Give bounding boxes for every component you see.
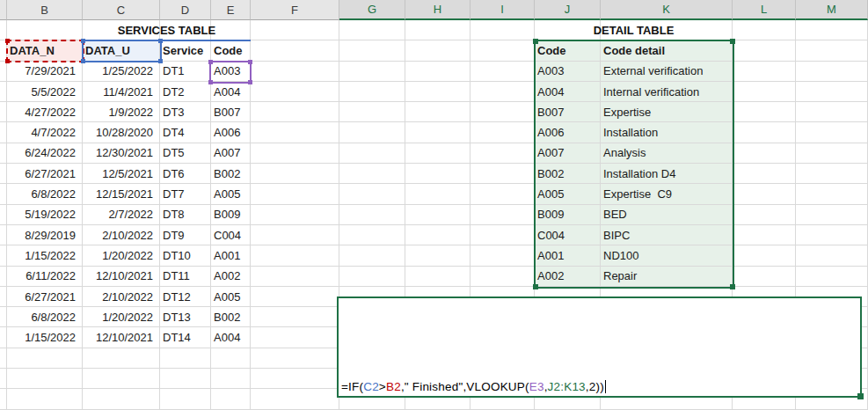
cell[interactable]: 8/29/2019 [7, 225, 83, 245]
cell[interactable]: 7/29/2021 [7, 62, 83, 82]
cell[interactable] [339, 20, 405, 40]
cell[interactable] [339, 267, 405, 287]
selection-handle[interactable] [248, 80, 252, 84]
cell[interactable]: DT13 [160, 307, 211, 327]
cell[interactable]: 6/27/2021 [7, 287, 83, 307]
cell[interactable] [733, 20, 796, 40]
cell[interactable] [470, 225, 535, 245]
selection-handle[interactable] [533, 284, 538, 289]
cell[interactable]: A006 [211, 122, 251, 143]
cell[interactable] [470, 20, 535, 40]
cell[interactable]: B007 [211, 102, 251, 122]
cell[interactable] [796, 82, 868, 102]
cell[interactable] [211, 348, 251, 369]
cell[interactable] [251, 62, 339, 82]
selection-handle[interactable] [533, 39, 538, 44]
cell[interactable] [160, 389, 211, 409]
cell[interactable]: 1/9/2022 [83, 102, 160, 122]
cell[interactable] [0, 184, 7, 204]
cell[interactable] [339, 40, 405, 61]
cell[interactable] [251, 267, 339, 287]
cell[interactable] [83, 389, 160, 409]
purple-reference-border-E3[interactable] [209, 61, 252, 84]
cell[interactable] [339, 205, 405, 225]
cell[interactable] [733, 82, 796, 102]
cell[interactable] [211, 369, 251, 389]
cell[interactable] [251, 287, 339, 307]
cell[interactable] [796, 62, 868, 82]
cell[interactable]: DT1 [160, 62, 211, 82]
cell[interactable] [160, 369, 211, 389]
cell[interactable] [470, 82, 535, 102]
cell[interactable] [7, 389, 83, 409]
cell[interactable] [733, 62, 796, 82]
cell[interactable]: A004 [211, 82, 251, 102]
cell[interactable] [733, 205, 796, 225]
cell[interactable] [0, 245, 7, 266]
cell[interactable]: 5/19/2022 [7, 205, 83, 225]
cell[interactable] [339, 164, 405, 184]
cell[interactable] [211, 389, 251, 409]
cell[interactable] [796, 102, 868, 122]
cell[interactable] [470, 122, 535, 143]
cell[interactable] [470, 164, 535, 184]
column-header-edge[interactable] [0, 0, 7, 20]
cell[interactable] [470, 245, 535, 266]
selection-handle[interactable] [208, 60, 213, 64]
cell[interactable] [0, 122, 7, 143]
cell[interactable] [405, 267, 470, 287]
formula-text[interactable]: =IF(C2>B2," Finished",VLOOKUP(E3,J2:K13,… [341, 380, 606, 393]
cell[interactable] [339, 82, 405, 102]
cell[interactable]: DT11 [160, 267, 211, 287]
cell[interactable] [160, 348, 211, 369]
cell[interactable] [733, 40, 796, 61]
cell[interactable] [339, 143, 405, 164]
cell[interactable] [251, 348, 339, 369]
cell[interactable] [0, 102, 7, 122]
cell[interactable] [733, 184, 796, 204]
cell[interactable] [796, 184, 868, 204]
selection-handle[interactable] [81, 59, 85, 63]
cell[interactable] [0, 348, 7, 369]
cell[interactable]: 5/5/2022 [7, 82, 83, 102]
cell[interactable]: A005 [211, 184, 251, 204]
column-header-I[interactable]: I [470, 0, 535, 20]
cell[interactable]: 12/5/2021 [83, 164, 160, 184]
cell[interactable] [339, 62, 405, 82]
column-header-K[interactable]: K [601, 0, 733, 20]
selection-handle[interactable] [730, 284, 735, 289]
cell[interactable]: 2/10/2022 [83, 225, 160, 245]
shape-resize-handle[interactable] [857, 393, 864, 399]
formula-edit-box[interactable]: =IF(C2>B2," Finished",VLOOKUP(E3,J2:K13,… [337, 297, 862, 398]
cell[interactable]: A007 [211, 143, 251, 164]
selection-handle[interactable] [5, 39, 10, 43]
cell[interactable] [251, 20, 339, 40]
cell[interactable] [733, 102, 796, 122]
cell[interactable]: DT12 [160, 287, 211, 307]
cell[interactable]: 2/10/2022 [83, 287, 160, 307]
cell[interactable]: 1/25/2022 [83, 62, 160, 82]
cell[interactable] [796, 205, 868, 225]
cell[interactable] [405, 205, 470, 225]
cell[interactable] [405, 102, 470, 122]
cell[interactable] [405, 40, 470, 61]
cell[interactable]: Code [211, 40, 251, 61]
cell[interactable]: DT9 [160, 225, 211, 245]
column-header-J[interactable]: J [535, 0, 601, 20]
cell[interactable]: 12/15/2021 [83, 184, 160, 204]
blue-reference-border-C2[interactable] [82, 40, 162, 62]
cell[interactable]: 11/4/2021 [83, 82, 160, 102]
cell[interactable] [405, 225, 470, 245]
cell[interactable] [251, 82, 339, 102]
cell[interactable]: DT5 [160, 143, 211, 164]
cell[interactable] [796, 40, 868, 61]
cell[interactable]: A004 [211, 327, 251, 348]
cell[interactable] [470, 205, 535, 225]
cell[interactable] [0, 143, 7, 164]
cell[interactable] [83, 369, 160, 389]
column-header-B[interactable]: B [7, 0, 83, 20]
cell[interactable] [405, 245, 470, 266]
cell[interactable] [0, 164, 7, 184]
cell[interactable]: 6/8/2022 [7, 184, 83, 204]
cell[interactable]: DT7 [160, 184, 211, 204]
